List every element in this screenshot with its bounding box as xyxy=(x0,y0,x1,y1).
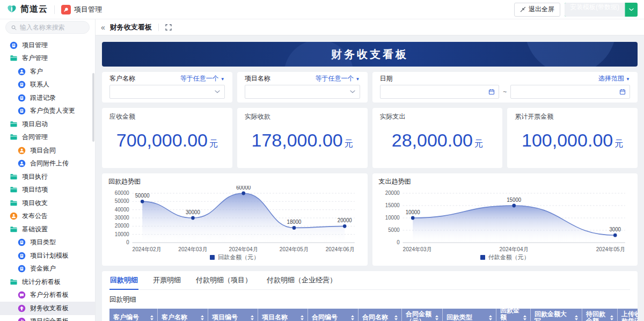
column-header-1[interactable]: 客户名称 xyxy=(158,309,208,321)
install-template-dropdown[interactable] xyxy=(625,3,638,17)
calendar-icon xyxy=(619,89,626,95)
sort-icon[interactable] xyxy=(523,315,526,320)
stat-card-3: 累计开票金额 100,000.00元 xyxy=(507,108,638,168)
exit-fullscreen-button[interactable]: 退出全屏 xyxy=(514,3,560,17)
filter-operator-dropdown[interactable]: 等于任意一个▼ xyxy=(316,75,360,83)
column-label: 合同名称 xyxy=(362,314,388,321)
sidebar-item-17[interactable]: 资金账户 xyxy=(0,262,95,276)
sidebar-item-9[interactable]: 合同附件上传 xyxy=(0,157,95,171)
column-header-6[interactable]: 合同金额（元） xyxy=(402,309,443,321)
search-input[interactable] xyxy=(20,24,84,31)
sort-icon[interactable] xyxy=(251,315,254,320)
column-header-0[interactable]: 客户编号 xyxy=(109,309,158,321)
column-header-2[interactable]: 项目编号 xyxy=(208,309,258,321)
sidebar-item-19[interactable]: 客户分析看板 xyxy=(0,289,95,302)
sidebar-item-10[interactable]: 项目执行 xyxy=(0,170,95,184)
sidebar-item-3[interactable]: 联系人 xyxy=(0,78,95,92)
stat-unit: 元 xyxy=(474,139,483,148)
jiandaoyun-logo[interactable]: 简道云 xyxy=(6,4,48,15)
caret-down-icon: ▼ xyxy=(221,75,225,83)
sort-icon[interactable] xyxy=(201,315,204,320)
sidebar-item-5[interactable]: 客户负责人变更 xyxy=(0,105,95,118)
column-label: 合同金额（元） xyxy=(406,311,433,321)
column-label: 回款类型 xyxy=(447,314,472,321)
sort-icon[interactable] xyxy=(489,315,492,320)
column-header-8[interactable]: 回款金额（元） xyxy=(496,309,531,321)
chart-legend[interactable]: 回款金额（元） xyxy=(108,253,361,261)
column-header-7[interactable]: 回款类型 xyxy=(443,309,496,321)
sort-icon[interactable] xyxy=(435,315,438,320)
sort-icon[interactable] xyxy=(610,315,613,320)
install-template-button[interactable]: 安装模板(带数据) xyxy=(565,3,638,17)
sort-icon[interactable] xyxy=(150,315,153,320)
project-name-select[interactable] xyxy=(245,85,360,99)
chevron-down-icon xyxy=(215,90,220,93)
detail-tab-2[interactable]: 付款明细（项目） xyxy=(195,271,252,290)
app-switcher[interactable]: 项目管理 xyxy=(61,5,102,14)
detail-tab-0[interactable]: 回款明细 xyxy=(109,271,138,290)
filter-operator-dropdown[interactable]: 选择范围▼ xyxy=(598,75,630,83)
customer-name-select[interactable] xyxy=(109,85,225,99)
folder-icon xyxy=(10,199,18,207)
sidebar-search-row xyxy=(0,19,95,35)
person-icon xyxy=(18,159,26,167)
folder-icon xyxy=(10,133,18,141)
search-icon xyxy=(11,25,17,31)
sort-icon[interactable] xyxy=(575,315,578,320)
svg-text:0: 0 xyxy=(397,239,400,245)
sidebar-item-label: 项目执行 xyxy=(22,172,48,181)
sidebar-item-0[interactable]: 项目管理 xyxy=(0,39,95,52)
sidebar-item-2[interactable]: 客户 xyxy=(0,65,95,78)
sidebar-item-13[interactable]: 发布公告 xyxy=(0,210,95,223)
doc-icon xyxy=(18,265,26,273)
sort-icon[interactable] xyxy=(301,315,304,320)
sidebar-item-18[interactable]: 统计分析看板 xyxy=(0,275,95,289)
svg-text:15000: 15000 xyxy=(507,197,521,203)
folder-icon xyxy=(10,120,18,128)
column-header-11[interactable]: 上传收款凭证 xyxy=(618,309,638,321)
chart-legend[interactable]: 付款金额（元） xyxy=(379,253,632,261)
sidebar-item-label: 基础设置 xyxy=(22,225,48,234)
stat-value: 28,000.00元 xyxy=(372,130,503,151)
sidebar-item-11[interactable]: 项目结项 xyxy=(0,184,95,197)
column-header-5[interactable]: 合同名称 xyxy=(358,309,402,321)
sort-icon[interactable] xyxy=(351,315,354,320)
svg-text:5000: 5000 xyxy=(388,227,400,233)
sidebar-item-20[interactable]: 财务收支看板 xyxy=(0,302,95,315)
sidebar-item-label: 资金账户 xyxy=(30,264,56,273)
caret-down-icon: ▼ xyxy=(626,75,630,83)
sidebar-item-4[interactable]: 跟进记录 xyxy=(0,91,95,105)
column-header-10[interactable]: 待回款金额 xyxy=(582,309,618,321)
sidebar-item-15[interactable]: 项目类型 xyxy=(0,236,95,250)
sidebar-item-21[interactable]: 项目综合看板 xyxy=(0,315,95,321)
detail-card: 回款明细开票明细付款明细（项目）付款明细（企业经营） 回款明细 客户编号客户名称… xyxy=(102,271,638,321)
sidebar-scrollbar[interactable] xyxy=(92,73,94,142)
column-header-4[interactable]: 合同编号 xyxy=(308,309,358,321)
sidebar-search[interactable] xyxy=(5,21,90,34)
detail-tab-1[interactable]: 开票明细 xyxy=(152,271,181,290)
column-header-9[interactable]: 回款金额大写 xyxy=(531,309,582,321)
sidebar: 项目管理客户管理客户联系人跟进记录客户负责人变更项目启动合同管理项目合同合同附件… xyxy=(0,19,96,321)
fullscreen-icon[interactable] xyxy=(165,24,172,31)
filter-operator-dropdown[interactable]: 等于任意一个▼ xyxy=(180,75,225,83)
stat-value: 178,000.00元 xyxy=(237,130,368,151)
svg-text:2024年05月: 2024年05月 xyxy=(280,246,309,252)
column-header-3[interactable]: 项目名称 xyxy=(258,309,308,321)
folder-icon xyxy=(10,278,18,286)
sidebar-item-label: 项目管理 xyxy=(22,41,48,50)
sort-icon[interactable] xyxy=(394,315,398,320)
collapse-sidebar-icon[interactable]: « xyxy=(101,24,105,31)
sidebar-item-1[interactable]: 客户管理 xyxy=(0,52,95,65)
sidebar-item-16[interactable]: 项目计划模板 xyxy=(0,249,95,262)
sidebar-item-7[interactable]: 合同管理 xyxy=(0,131,95,144)
sidebar-item-8[interactable]: 项目合同 xyxy=(0,144,95,157)
active-tab-title[interactable]: 财务收支看板 xyxy=(110,23,152,32)
sidebar-item-14[interactable]: 基础设置 xyxy=(0,223,95,236)
date-start-input[interactable] xyxy=(380,85,500,99)
detail-tab-3[interactable]: 付款明细（企业经营） xyxy=(266,271,337,290)
sidebar-item-12[interactable]: 项目收支 xyxy=(0,196,95,210)
install-template-label: 安装模板(带数据) xyxy=(565,3,625,17)
stat-label: 实际收款 xyxy=(245,112,360,121)
sidebar-item-6[interactable]: 项目启动 xyxy=(0,118,95,131)
date-end-input[interactable] xyxy=(510,85,630,99)
